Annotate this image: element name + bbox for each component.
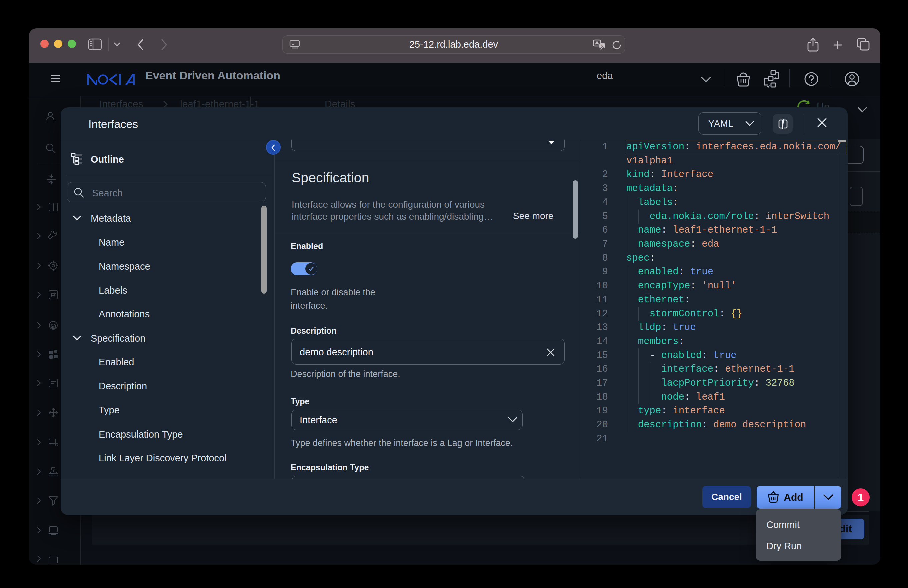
svg-text:文: 文 — [601, 44, 604, 48]
